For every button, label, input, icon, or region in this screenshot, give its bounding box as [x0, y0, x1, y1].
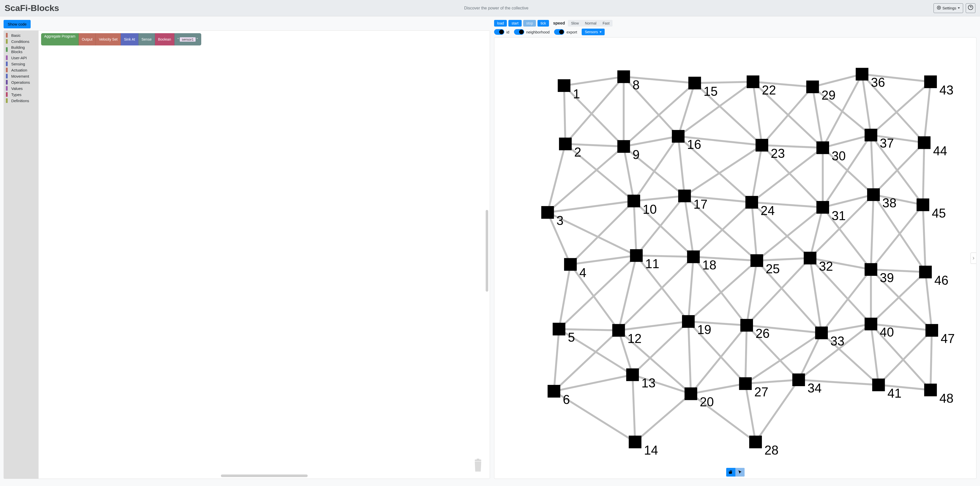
node-label: 8	[633, 78, 640, 92]
node-13[interactable]: 13	[626, 368, 655, 390]
node-27[interactable]: 27	[739, 377, 768, 399]
toolbox-item-user-api[interactable]: User-API	[4, 55, 38, 61]
svg-rect-43	[684, 387, 697, 400]
edge	[564, 86, 565, 144]
speed-normal[interactable]: Normal	[582, 20, 600, 27]
node-5[interactable]: 5	[552, 323, 575, 344]
svg-rect-46	[924, 384, 937, 396]
toolbox-item-actuation[interactable]: Actuation	[4, 67, 38, 73]
node-46[interactable]: 46	[919, 266, 948, 287]
start-button[interactable]: start	[508, 20, 522, 27]
node-19[interactable]: 19	[682, 315, 711, 337]
node-label: 17	[694, 197, 708, 212]
node-label: 34	[808, 381, 822, 395]
node-15[interactable]: 15	[689, 76, 718, 98]
sensor1-chip[interactable]: sensor1	[180, 37, 196, 41]
load-button[interactable]: load	[494, 20, 507, 27]
node-16[interactable]: 16	[672, 130, 701, 152]
node-14[interactable]: 14	[628, 436, 658, 457]
toolbox-item-building-blocks[interactable]: Building Blocks	[4, 45, 38, 55]
node-label: 4	[579, 266, 587, 280]
toolbox-item-types[interactable]: Types	[4, 91, 38, 97]
toggle-export[interactable]	[554, 29, 564, 35]
node-48[interactable]: 48	[924, 384, 953, 405]
toolbox-item-basic[interactable]: Basic	[4, 32, 38, 38]
svg-rect-34	[612, 324, 625, 337]
node-32[interactable]: 32	[804, 252, 833, 274]
tick-button[interactable]: tick	[538, 20, 549, 27]
node-10[interactable]: 10	[627, 194, 657, 216]
edge	[871, 135, 873, 194]
node-24[interactable]: 24	[745, 196, 775, 218]
edge	[871, 135, 924, 143]
help-button[interactable]	[966, 3, 975, 13]
edge	[564, 76, 624, 86]
select-mode-button[interactable]	[735, 468, 745, 476]
node-1[interactable]: 1	[558, 79, 580, 101]
node-41[interactable]: 41	[872, 378, 902, 400]
block-sensor1[interactable]: " sensor1 "	[174, 33, 201, 45]
node-34[interactable]: 34	[792, 373, 822, 395]
svg-rect-20	[627, 194, 640, 207]
node-28[interactable]: 28	[749, 436, 778, 457]
horizontal-scrollbar[interactable]	[221, 475, 308, 477]
node-label: 13	[641, 376, 655, 390]
node-45[interactable]: 45	[917, 198, 946, 220]
node-label: 39	[880, 271, 894, 285]
toolbox-item-conditions[interactable]: Conditions	[4, 38, 38, 45]
toolbox-item-sensing[interactable]: Sensing	[4, 61, 38, 67]
toolbox-swatch	[6, 68, 8, 72]
node-label: 11	[645, 257, 659, 271]
node-47[interactable]: 47	[925, 324, 955, 346]
node-26[interactable]: 26	[740, 319, 770, 341]
toolbox: BasicConditionsBuilding BlocksUser-APISe…	[4, 31, 38, 479]
block-sense[interactable]: Sense	[138, 33, 155, 45]
node-39[interactable]: 39	[865, 263, 894, 285]
toggle-neighborhood[interactable]	[514, 29, 524, 35]
aggregate-program-blocks[interactable]: Aggregate Program Output Velocity Set Si…	[41, 33, 201, 45]
svg-rect-10	[856, 68, 869, 81]
network-view[interactable]: 1815222936432916233037443101724313845411…	[494, 37, 977, 479]
speed-selector: SlowNormalFast	[568, 20, 612, 27]
expand-side-tab[interactable]	[970, 253, 976, 264]
show-code-button[interactable]: Show code	[3, 20, 31, 28]
node-label: 33	[830, 334, 845, 348]
node-22[interactable]: 22	[747, 75, 776, 97]
svg-rect-11	[924, 75, 937, 88]
pan-mode-button[interactable]	[726, 468, 735, 476]
toolbox-item-operations[interactable]: Operations	[4, 79, 38, 85]
node-40[interactable]: 40	[865, 318, 894, 339]
vertical-scrollbar[interactable]	[486, 210, 488, 292]
block-canvas[interactable]: Aggregate Program Output Velocity Set Si…	[38, 31, 490, 479]
toolbox-item-movement[interactable]: Movement	[4, 73, 38, 79]
block-output[interactable]: Output	[79, 33, 96, 45]
toolbox-item-values[interactable]: Values	[4, 85, 38, 91]
node-label: 30	[832, 149, 846, 163]
node-44[interactable]: 44	[918, 136, 947, 158]
settings-button[interactable]: Settings	[934, 3, 963, 13]
trash-icon[interactable]	[473, 459, 484, 472]
toggle-id[interactable]	[494, 29, 504, 35]
node-36[interactable]: 36	[856, 68, 885, 90]
block-aggregate-program[interactable]: Aggregate Program	[41, 33, 79, 45]
node-8[interactable]: 8	[617, 70, 640, 92]
block-velocity-set[interactable]: Velocity Set	[96, 33, 121, 45]
edge	[554, 329, 559, 391]
toolbox-item-definitions[interactable]: Definitions	[4, 97, 38, 104]
node-label: 20	[700, 395, 714, 409]
toolbox-swatch	[6, 62, 8, 66]
node-label: 43	[939, 83, 953, 97]
block-sink-at[interactable]: Sink At	[121, 33, 138, 45]
block-boolean[interactable]: Boolean	[155, 33, 174, 45]
sensors-button[interactable]: Sensors	[582, 29, 605, 35]
node-17[interactable]: 17	[678, 190, 708, 211]
toolbox-item-label: Basic	[11, 33, 21, 38]
speed-slow[interactable]: Slow	[568, 20, 582, 27]
svg-rect-27	[630, 249, 643, 262]
edge	[689, 322, 691, 394]
speed-fast[interactable]: Fast	[600, 20, 612, 27]
toolbox-item-label: Conditions	[11, 39, 29, 44]
node-label: 27	[754, 385, 768, 399]
stop-button[interactable]: stop	[523, 20, 536, 27]
svg-rect-26	[564, 258, 577, 271]
